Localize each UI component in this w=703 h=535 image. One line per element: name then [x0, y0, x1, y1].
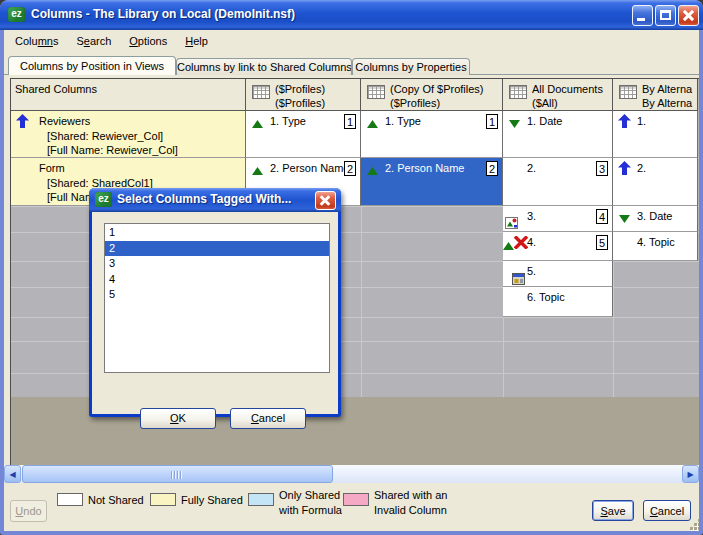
cell-col1-row0[interactable]: 1. Type1: [246, 111, 361, 158]
sort-ascending-icon: [252, 118, 263, 126]
sort-ascending-icon: [252, 165, 263, 173]
column-header-label: All Documents($All): [532, 82, 603, 110]
dialog-cancel-key: C: [251, 412, 259, 424]
label-part: s: [53, 35, 59, 47]
cell-col3-row1[interactable]: 2.3: [503, 158, 613, 206]
cell-col4-row2[interactable]: 3. Date: [613, 206, 698, 232]
legend-label: Shared with anInvalid Column: [374, 488, 447, 518]
cell-line: [Shared: Rewiever_Col]: [39, 129, 178, 144]
cell-col3-row5[interactable]: 6. Topic: [503, 287, 613, 317]
scrollbar-thumb[interactable]: [22, 465, 333, 483]
column-header-label: By AlternaBy Alterna: [642, 82, 692, 110]
menu-item-help[interactable]: Help: [176, 30, 217, 51]
cell-col0-row0[interactable]: Reviewers[Shared: Rewiever_Col][Full Nam…: [11, 111, 246, 158]
dialog-close-button[interactable]: [315, 191, 336, 210]
undo-button[interactable]: Undo: [10, 500, 47, 522]
legend-label-line: Shared with an: [374, 488, 447, 503]
cell-label: 2.: [527, 162, 536, 174]
legend-label: Fully Shared: [181, 493, 243, 508]
column-header-shared-columns[interactable]: Shared Columns: [11, 79, 246, 111]
legend-label-line: Only Shared: [279, 488, 342, 503]
dialog-cancel-rest: ancel: [259, 412, 285, 424]
horizontal-scrollbar[interactable]: ◀ ▶: [4, 465, 699, 483]
cell-col3-row2[interactable]: 3.4: [503, 206, 613, 232]
blue-up-arrow-icon: [618, 114, 631, 128]
header-line: ($Profiles): [390, 96, 484, 110]
cell-line: Form: [39, 161, 153, 176]
sort-ascending-icon: [367, 165, 378, 173]
menu-item-search[interactable]: Search: [67, 30, 120, 51]
legend-label-line: Fully Shared: [181, 493, 243, 508]
cell-line: [Full Name: Rewiever_Col]: [39, 143, 178, 158]
legend-swatch-fully-shared: [150, 493, 176, 506]
cell-line: Reviewers: [39, 114, 178, 129]
cancel-rest: ancel: [658, 505, 684, 517]
ok-button[interactable]: OK: [140, 408, 216, 429]
cancel-button[interactable]: Cancel: [643, 500, 691, 521]
cell-col4-row3[interactable]: 4. Topic: [613, 232, 698, 261]
legend-swatch-not-shared: [57, 493, 83, 506]
sort-descending-icon: [509, 118, 520, 126]
cell-col3-row0[interactable]: 1. Date: [503, 111, 613, 158]
column-header-by-alternative[interactable]: By AlternaBy Alterna: [613, 79, 698, 111]
column-header-all-documents[interactable]: All Documents($All): [503, 79, 613, 111]
legend-label-line: Invalid Column: [374, 503, 447, 518]
list-item[interactable]: 2: [105, 241, 329, 257]
cell-label: 5.: [527, 265, 536, 277]
cell-col2-row0[interactable]: 1. Type1: [361, 111, 503, 158]
header-line: ($Profiles): [275, 82, 325, 96]
tab-columns-by-properties[interactable]: Columns by Properties: [352, 58, 470, 75]
minimize-icon: [637, 18, 645, 21]
column-header-copy-of-profiles[interactable]: (Copy Of $Profiles)($Profiles): [361, 79, 503, 111]
window-content: ColumnsSearchOptionsHelp Columns by Posi…: [4, 30, 699, 531]
tag-number-box: 2: [344, 161, 356, 176]
cell-label: 6. Topic: [527, 291, 565, 303]
close-button[interactable]: [678, 5, 699, 26]
tag-listbox[interactable]: 12345: [104, 223, 330, 373]
dialog-title: Select Columns Tagged With...: [117, 192, 291, 206]
legend-item-only-shared-with-formula: Only Sharedwith Formula: [248, 488, 342, 518]
label-key: mn: [38, 35, 53, 47]
list-item[interactable]: 5: [105, 287, 329, 303]
menu-item-columns[interactable]: Columns: [6, 30, 67, 51]
table-icon: [367, 85, 385, 99]
cell-label: 1. Type: [270, 115, 306, 127]
cell-col4-row0[interactable]: 1.: [613, 111, 698, 158]
column-header-label: Shared Columns: [15, 82, 97, 96]
legend-label: Not Shared: [88, 493, 144, 508]
save-key: S: [600, 505, 607, 517]
legend-label-line: with Formula: [279, 503, 342, 518]
tab-columns-by-position-in-views[interactable]: Columns by Position in Views: [8, 56, 176, 75]
window-title: Columns - The Library on Local (DemoInit…: [31, 7, 295, 21]
resize-grip[interactable]: [688, 517, 699, 531]
tab-columns-by-link-to-shared-columns[interactable]: Columns by link to Shared Columns: [176, 58, 352, 75]
cell-label: 2. Person Name: [385, 162, 464, 174]
legend-label: Only Sharedwith Formula: [279, 488, 342, 518]
blue-up-arrow-icon: [618, 161, 631, 175]
cell-label: 1.: [637, 115, 646, 127]
header-line: Shared Columns: [15, 82, 97, 96]
tag-number-box: 1: [344, 114, 356, 129]
label-part: Colu: [15, 35, 38, 47]
dialog-cancel-button[interactable]: Cancel: [230, 408, 306, 429]
legend-swatch-only-shared-with-formula: [248, 493, 274, 506]
cell-col3-row3[interactable]: 4.5: [503, 232, 613, 261]
maximize-button[interactable]: [655, 5, 676, 26]
list-item[interactable]: 3: [105, 256, 329, 272]
save-button[interactable]: Save: [592, 500, 634, 521]
menu-item-options[interactable]: Options: [120, 30, 176, 51]
tag-number-box: 1: [486, 114, 498, 129]
cell-col2-row1[interactable]: 2. Person Name2: [361, 158, 503, 206]
cell-col4-row1[interactable]: 2.: [613, 158, 698, 206]
scrollbar-grip-icon: [171, 471, 182, 479]
column-header-profiles[interactable]: ($Profiles)($Profiles): [246, 79, 361, 111]
column-header-label: ($Profiles)($Profiles): [275, 82, 325, 110]
list-item[interactable]: 4: [105, 272, 329, 288]
scroll-right-button[interactable]: ▶: [682, 465, 699, 483]
minimize-button[interactable]: [632, 5, 653, 26]
tag-number-box: 3: [596, 161, 608, 176]
scroll-left-button[interactable]: ◀: [4, 465, 21, 483]
blue-up-arrow-icon: [16, 114, 29, 128]
list-item[interactable]: 1: [105, 225, 329, 241]
cell-col3-row4[interactable]: 5.: [503, 261, 613, 287]
